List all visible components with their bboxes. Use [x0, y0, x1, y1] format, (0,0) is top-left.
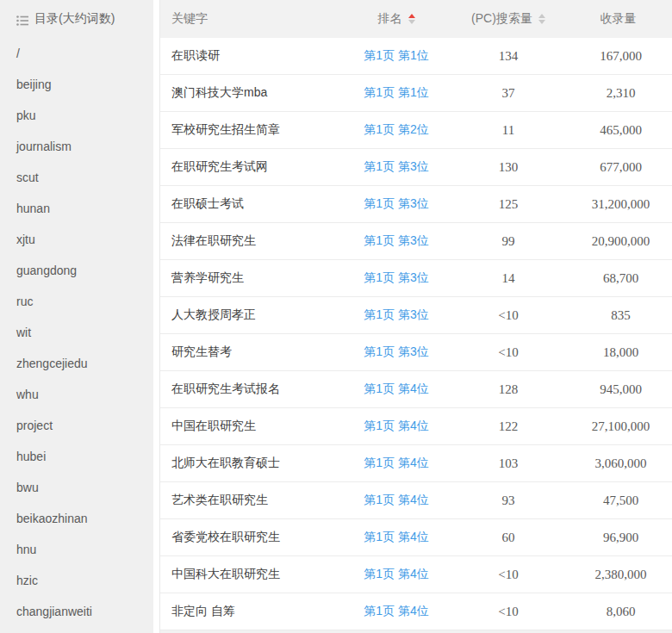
table-body: 在职读研第1页 第1位134167,000澳门科技大学mba第1页 第1位372… [160, 38, 672, 630]
sidebar-item[interactable]: changjianweiti [16, 596, 153, 627]
sidebar-item[interactable]: beijing [16, 69, 153, 100]
search-volume-cell: 122 [452, 419, 564, 434]
index-volume-cell: 465,000 [564, 123, 672, 138]
sort-icons[interactable] [408, 14, 415, 24]
sort-asc-icon[interactable] [538, 14, 545, 18]
sidebar-item[interactable]: pku [16, 100, 153, 131]
sidebar-list: /beijingpkujournalismscuthunanxjtuguangd… [0, 38, 153, 627]
sidebar-item[interactable]: xjtu [16, 224, 153, 255]
index-volume-cell: 2,380,000 [564, 568, 672, 582]
search-volume-cell: <10 [452, 345, 564, 360]
rank-cell: 第1页 第4位 [340, 493, 452, 508]
index-volume-cell: 2,310 [564, 86, 672, 101]
table-row: 在职研究生考试报名第1页 第4位128945,000 [160, 371, 672, 408]
table-row: 中国科大在职研究生第1页 第4位<102,380,000 [160, 556, 672, 593]
rank-cell: 第1页 第4位 [340, 419, 452, 434]
keyword-cell: 人大教授周孝正 [160, 307, 340, 323]
table-row: 在职硕士考试第1页 第3位12531,200,000 [160, 186, 672, 223]
sort-desc-icon[interactable] [408, 20, 415, 24]
sort-asc-icon[interactable] [408, 14, 415, 18]
rank-cell: 第1页 第4位 [340, 456, 452, 471]
rank-link[interactable]: 第1页 第4位 [364, 604, 428, 617]
rank-link[interactable]: 第1页 第4位 [364, 382, 428, 395]
rank-link[interactable]: 第1页 第3位 [364, 233, 428, 247]
sidebar-item[interactable]: hzic [16, 565, 153, 596]
rank-cell: 第1页 第3位 [340, 270, 452, 286]
keyword-cell: 省委党校在职研究生 [160, 530, 340, 545]
rank-link[interactable]: 第1页 第2位 [364, 122, 428, 136]
rank-link[interactable]: 第1页 第4位 [364, 419, 428, 432]
search-volume-cell: 125 [452, 197, 564, 212]
directory-sidebar: 目录(大约词数) /beijingpkujournalismscuthunanx… [0, 0, 153, 633]
rank-cell: 第1页 第4位 [340, 382, 452, 397]
sidebar-header: 目录(大约词数) [0, 0, 153, 27]
column-header-rank[interactable]: 排名 [340, 11, 452, 27]
rank-link[interactable]: 第1页 第1位 [364, 85, 428, 99]
search-volume-cell: 14 [452, 271, 564, 286]
table-row: 人大教授周孝正第1页 第3位<10835 [160, 297, 672, 334]
table-row: 在职研究生考试网第1页 第3位130677,000 [160, 149, 672, 186]
table-row: 中国在职研究生第1页 第4位12227,100,000 [160, 408, 672, 445]
sidebar-item[interactable]: zhengcejiedu [16, 348, 153, 379]
seo-rank-tool: 目录(大约词数) /beijingpkujournalismscuthunanx… [0, 0, 672, 633]
sidebar-item[interactable]: wit [16, 317, 153, 348]
sidebar-item[interactable]: hubei [16, 441, 153, 472]
column-label: 关键字 [171, 11, 208, 27]
search-volume-cell: 134 [452, 49, 564, 64]
sidebar-item[interactable]: scut [16, 162, 153, 193]
index-volume-cell: 945,000 [564, 382, 672, 397]
sidebar-item[interactable]: whu [16, 379, 153, 410]
rank-link[interactable]: 第1页 第3位 [364, 270, 428, 284]
rank-cell: 第1页 第4位 [340, 604, 452, 619]
rank-cell: 第1页 第3位 [340, 344, 452, 360]
rank-link[interactable]: 第1页 第3位 [364, 307, 428, 321]
keyword-cell: 法律在职研究生 [160, 233, 340, 249]
sidebar-item[interactable]: beikaozhinan [16, 503, 153, 534]
rank-link[interactable]: 第1页 第3位 [364, 196, 428, 210]
keyword-cell: 在职研究生考试网 [160, 159, 340, 175]
keyword-cell: 北师大在职教育硕士 [160, 456, 340, 471]
index-volume-cell: 96,900 [564, 531, 672, 545]
index-volume-cell: 68,700 [564, 271, 672, 286]
rank-link[interactable]: 第1页 第3位 [364, 344, 428, 358]
sidebar-item[interactable]: bwu [16, 472, 153, 503]
index-volume-cell: 677,000 [564, 160, 672, 175]
rank-link[interactable]: 第1页 第4位 [364, 493, 428, 506]
sidebar-item[interactable]: project [16, 410, 153, 441]
sidebar-item[interactable]: / [16, 38, 153, 69]
table-row: 省委党校在职研究生第1页 第4位6096,900 [160, 519, 672, 556]
sidebar-item[interactable]: journalism [16, 131, 153, 162]
rank-link[interactable]: 第1页 第3位 [364, 159, 428, 173]
keyword-cell: 研究生替考 [160, 344, 340, 360]
sidebar-item[interactable]: guangdong [16, 255, 153, 286]
table-row: 研究生替考第1页 第3位<1018,000 [160, 334, 672, 371]
column-label: (PC)搜索量 [471, 11, 532, 27]
sidebar-item[interactable]: hunan [16, 193, 153, 224]
search-volume-cell: 99 [452, 234, 564, 249]
rank-link[interactable]: 第1页 第4位 [364, 567, 428, 580]
column-header-search-volume[interactable]: (PC)搜索量 [452, 11, 564, 27]
sidebar-item[interactable]: ruc [16, 286, 153, 317]
rank-cell: 第1页 第4位 [340, 567, 452, 582]
column-label: 排名 [378, 11, 402, 27]
sort-icons[interactable] [538, 14, 545, 24]
rank-link[interactable]: 第1页 第4位 [364, 456, 428, 469]
index-volume-cell: 47,500 [564, 493, 672, 508]
keyword-table: 关键字 排名 (PC)搜索量 收录量 在职读研第1页 第1位134167, [159, 0, 672, 633]
table-row: 在职读研第1页 第1位134167,000 [160, 38, 672, 75]
sort-desc-icon[interactable] [538, 20, 545, 24]
sidebar-content-gap [153, 0, 159, 633]
table-row: 澳门科技大学mba第1页 第1位372,310 [160, 75, 672, 112]
keyword-cell: 军校研究生招生简章 [160, 122, 340, 138]
rank-link[interactable]: 第1页 第1位 [364, 48, 428, 62]
index-volume-cell: 3,060,000 [564, 456, 672, 471]
rank-cell: 第1页 第1位 [340, 48, 452, 64]
table-row: 军校研究生招生简章第1页 第2位11465,000 [160, 112, 672, 149]
keyword-cell: 在职硕士考试 [160, 196, 340, 212]
sidebar-item[interactable]: hnu [16, 534, 153, 565]
table-row: 营养学研究生第1页 第3位1468,700 [160, 260, 672, 297]
index-volume-cell: 20,900,000 [564, 234, 672, 249]
table-row: 非定向 自筹第1页 第4位<108,060 [160, 593, 672, 630]
rank-cell: 第1页 第4位 [340, 530, 452, 545]
rank-link[interactable]: 第1页 第4位 [364, 530, 428, 543]
